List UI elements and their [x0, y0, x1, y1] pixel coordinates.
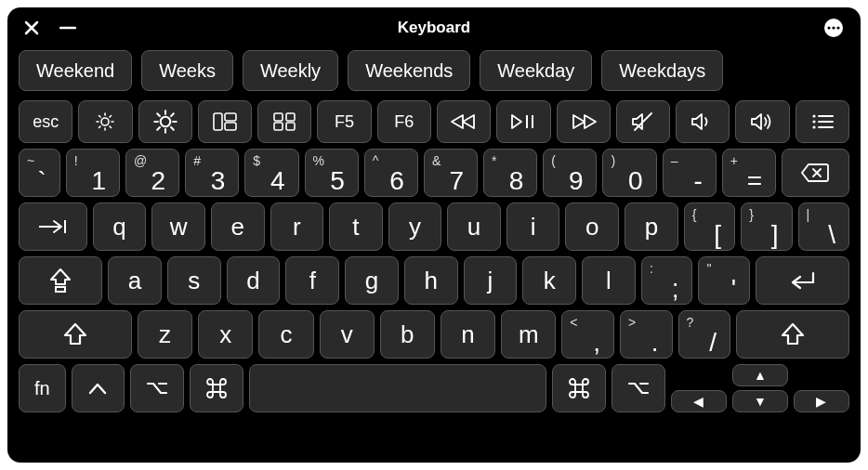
key-q[interactable]: q [93, 202, 147, 251]
row-bottom: fn ◀ ▲ ▼ ▶ [19, 364, 849, 412]
key-6[interactable]: ^6 [364, 149, 418, 197]
key-f[interactable]: f [285, 256, 339, 305]
key-volume-up[interactable] [735, 100, 789, 143]
key-label-sup: ( [551, 153, 556, 168]
key-backtick[interactable]: ~` [19, 149, 60, 197]
svg-rect-27 [286, 113, 295, 121]
key-a[interactable]: a [108, 256, 162, 305]
key-brightness-down[interactable] [78, 100, 132, 143]
key-return[interactable] [756, 256, 849, 305]
svg-rect-41 [56, 287, 65, 292]
key-mute[interactable] [616, 100, 670, 143]
key-0[interactable]: )0 [602, 149, 656, 197]
key-minus[interactable]: –- [663, 149, 717, 197]
key-arrow-down[interactable]: ▼ [732, 390, 788, 412]
key-n[interactable]: n [441, 310, 495, 359]
key-shift-left[interactable] [19, 310, 132, 359]
suggestion-bar: Weekend Weeks Weekly Weekends Weekday We… [19, 50, 849, 91]
key-brightness-up[interactable] [138, 100, 192, 143]
fast-forward-icon [571, 113, 597, 130]
keyboard-window: Keyboard Weekend Weeks Weekly Weekends W… [7, 7, 861, 463]
key-quote[interactable]: "' [698, 256, 750, 305]
key-equals[interactable]: += [722, 149, 776, 197]
key-w[interactable]: w [151, 202, 205, 251]
key-right-bracket[interactable]: }] [741, 202, 792, 251]
key-label: 4 [270, 168, 285, 194]
key-g[interactable]: g [345, 256, 399, 305]
key-y[interactable]: y [388, 202, 442, 251]
suggestion-item[interactable]: Weekdays [601, 50, 723, 91]
key-backslash[interactable]: |\ [798, 202, 849, 251]
key-label: 0 [628, 168, 643, 194]
key-j[interactable]: j [464, 256, 518, 305]
key-5[interactable]: %5 [305, 149, 359, 197]
key-slash[interactable]: ?/ [678, 310, 731, 359]
key-arrow-up[interactable]: ▲ [732, 364, 788, 386]
key-semicolon[interactable]: :; [641, 256, 693, 305]
key-m[interactable]: m [501, 310, 556, 359]
key-1[interactable]: !1 [66, 149, 120, 197]
key-label-sup: ~ [27, 153, 34, 168]
key-esc[interactable]: esc [19, 100, 72, 143]
key-p[interactable]: p [625, 202, 678, 251]
svg-point-4 [836, 26, 839, 29]
key-r[interactable]: r [270, 202, 324, 251]
key-7[interactable]: &7 [424, 149, 478, 197]
key-arrow-right[interactable]: ▶ [794, 390, 849, 412]
key-l[interactable]: l [582, 256, 636, 305]
key-fast-forward[interactable] [557, 100, 611, 143]
key-caps-lock[interactable] [19, 256, 102, 305]
key-2[interactable]: @2 [125, 149, 179, 197]
key-command-right[interactable] [552, 364, 606, 412]
key-arrow-left[interactable]: ◀ [671, 390, 727, 412]
key-mission-control[interactable] [198, 100, 252, 143]
key-control[interactable] [72, 364, 125, 412]
key-list[interactable] [796, 100, 849, 143]
key-f6[interactable]: F6 [377, 100, 431, 143]
key-k[interactable]: k [522, 256, 576, 305]
key-4[interactable]: $4 [244, 149, 298, 197]
key-f5[interactable]: F5 [317, 100, 371, 143]
key-9[interactable]: (9 [543, 149, 597, 197]
key-option-left[interactable] [130, 364, 184, 412]
key-period[interactable]: >. [620, 310, 673, 359]
key-command-left[interactable] [190, 364, 243, 412]
key-3[interactable]: #3 [185, 149, 239, 197]
key-tab[interactable] [19, 202, 87, 251]
suggestion-item[interactable]: Weekend [19, 50, 132, 91]
suggestion-item[interactable]: Weeks [141, 50, 233, 91]
key-left-bracket[interactable]: {[ [684, 202, 735, 251]
suggestion-item[interactable]: Weekday [480, 50, 592, 91]
key-z[interactable]: z [138, 310, 192, 359]
suggestion-item[interactable]: Weekly [243, 50, 338, 91]
key-o[interactable]: o [565, 202, 619, 251]
key-t[interactable]: t [329, 202, 383, 251]
key-label-sup: } [749, 207, 754, 222]
key-shift-right[interactable] [736, 310, 849, 359]
suggestion-item[interactable]: Weekends [348, 50, 470, 91]
key-play-pause[interactable] [496, 100, 550, 143]
minimize-icon[interactable] [59, 20, 76, 35]
key-backspace[interactable] [782, 149, 849, 197]
key-x[interactable]: x [198, 310, 253, 359]
key-rewind[interactable] [437, 100, 491, 143]
key-e[interactable]: e [211, 202, 265, 251]
key-i[interactable]: i [506, 202, 560, 251]
key-s[interactable]: s [167, 256, 221, 305]
key-launchpad[interactable] [257, 100, 311, 143]
key-option-right[interactable] [612, 364, 665, 412]
close-icon[interactable] [24, 20, 39, 35]
key-fn[interactable]: fn [19, 364, 66, 412]
key-space[interactable] [249, 364, 547, 412]
key-h[interactable]: h [404, 256, 458, 305]
key-b[interactable]: b [380, 310, 435, 359]
key-comma[interactable]: <, [561, 310, 614, 359]
key-8[interactable]: *8 [483, 149, 537, 197]
key-v[interactable]: v [320, 310, 375, 359]
key-d[interactable]: d [227, 256, 281, 305]
more-icon[interactable] [823, 18, 844, 38]
key-u[interactable]: u [447, 202, 501, 251]
key-c[interactable]: c [258, 310, 313, 359]
key-volume-down[interactable] [676, 100, 730, 143]
svg-line-32 [635, 113, 651, 130]
